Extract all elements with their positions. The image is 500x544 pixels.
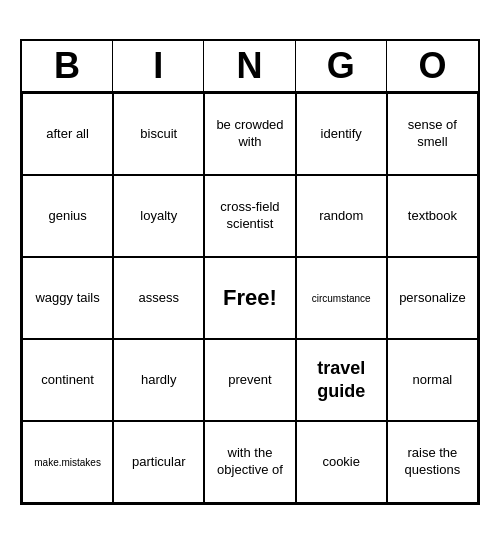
bingo-cell: identify [296,93,387,175]
bingo-cell: assess [113,257,204,339]
bingo-header: BINGO [22,41,478,93]
cell-text: hardly [141,372,176,389]
cell-text: be crowded with [209,117,290,151]
bingo-cell: circumstance [296,257,387,339]
header-letter: N [204,41,295,91]
cell-text: random [319,208,363,225]
header-letter: G [296,41,387,91]
bingo-cell: make.mistakes [22,421,113,503]
cell-text: biscuit [140,126,177,143]
bingo-cell: after all [22,93,113,175]
bingo-cell: raise the questions [387,421,478,503]
cell-text: cookie [322,454,360,471]
bingo-cell: personalize [387,257,478,339]
cell-text: after all [46,126,89,143]
bingo-cell: genius [22,175,113,257]
bingo-cell: be crowded with [204,93,295,175]
bingo-cell: cookie [296,421,387,503]
cell-text: genius [48,208,86,225]
cell-text: with the objective of [209,445,290,479]
cell-text: normal [413,372,453,389]
cell-text: sense of smell [392,117,473,151]
cell-text: textbook [408,208,457,225]
cell-text: particular [132,454,185,471]
cell-text: travel guide [301,357,382,404]
bingo-cell: cross-field scientist [204,175,295,257]
cell-text: waggy tails [35,290,99,307]
cell-text: raise the questions [392,445,473,479]
bingo-grid: after allbiscuitbe crowded withidentifys… [22,93,478,503]
bingo-cell: prevent [204,339,295,421]
bingo-cell: particular [113,421,204,503]
bingo-cell: with the objective of [204,421,295,503]
bingo-card: BINGO after allbiscuitbe crowded withide… [20,39,480,505]
cell-text: cross-field scientist [209,199,290,233]
header-letter: O [387,41,478,91]
bingo-cell: continent [22,339,113,421]
cell-text: assess [139,290,179,307]
cell-text: Free! [223,284,277,313]
cell-text: loyalty [140,208,177,225]
header-letter: B [22,41,113,91]
cell-text: continent [41,372,94,389]
bingo-cell: biscuit [113,93,204,175]
bingo-cell: textbook [387,175,478,257]
bingo-cell: normal [387,339,478,421]
cell-text: identify [321,126,362,143]
cell-text: make.mistakes [34,456,101,469]
cell-text: circumstance [312,292,371,305]
bingo-cell: hardly [113,339,204,421]
bingo-cell: sense of smell [387,93,478,175]
bingo-cell: loyalty [113,175,204,257]
bingo-cell: random [296,175,387,257]
bingo-cell: waggy tails [22,257,113,339]
cell-text: prevent [228,372,271,389]
bingo-cell: Free! [204,257,295,339]
header-letter: I [113,41,204,91]
cell-text: personalize [399,290,466,307]
bingo-cell: travel guide [296,339,387,421]
